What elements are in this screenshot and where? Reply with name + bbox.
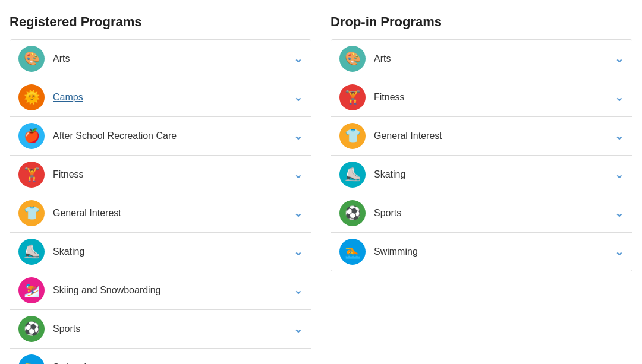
chevron-down-icon[interactable]: ⌄ (294, 129, 303, 143)
program-item-skiing[interactable]: ⛷️Skiing and Snowboarding⌄ (10, 271, 311, 310)
program-label-arts: Arts (53, 53, 294, 64)
program-label-sports: Sports (53, 324, 294, 334)
dropin-col: Drop-in Programs 🎨Arts⌄🏋️Fitness⌄👕Genera… (331, 14, 632, 364)
chevron-down-icon[interactable]: ⌄ (615, 52, 624, 65)
program-item-fitness[interactable]: 🏋️Fitness⌄ (10, 156, 311, 194)
sports-icon: ⚽ (18, 316, 45, 342)
dropin-title: Drop-in Programs (331, 14, 632, 30)
chevron-down-icon[interactable]: ⌄ (294, 91, 303, 104)
program-item-after-school[interactable]: 🍎After School Recreation Care⌄ (10, 117, 311, 156)
program-item-fitness[interactable]: 🏋️Fitness⌄ (331, 78, 632, 117)
general-interest-icon: 👕 (18, 200, 45, 226)
registered-list: 🎨Arts⌄🌞Camps⌄🍎After School Recreation Ca… (10, 39, 311, 364)
sports-icon: ⚽ (339, 200, 366, 226)
chevron-down-icon[interactable]: ⌄ (615, 91, 624, 104)
skating-icon: ⛸️ (339, 162, 366, 188)
camps-icon: 🌞 (18, 84, 45, 110)
program-item-swimming[interactable]: 🏊Swimming⌄ (331, 233, 632, 271)
chevron-down-icon[interactable]: ⌄ (294, 284, 303, 297)
program-item-sports[interactable]: ⚽Sports⌄ (10, 310, 311, 349)
after-school-icon: 🍎 (18, 123, 45, 149)
program-label-sports: Sports (374, 208, 615, 219)
program-label-general-interest: General Interest (53, 208, 294, 219)
chevron-down-icon[interactable]: ⌄ (294, 168, 303, 181)
registered-col: Registered Programs 🎨Arts⌄🌞Camps⌄🍎After … (10, 14, 311, 364)
skating-icon: ⛸️ (18, 239, 45, 265)
program-item-skating[interactable]: ⛸️Skating⌄ (331, 156, 632, 194)
general-interest-icon: 👕 (339, 123, 366, 149)
arts-icon: 🎨 (18, 46, 45, 72)
swimming-icon: 🏊 (339, 239, 366, 265)
registered-title: Registered Programs (10, 14, 311, 30)
program-label-arts: Arts (374, 53, 615, 64)
main-layout: Registered Programs 🎨Arts⌄🌞Camps⌄🍎After … (10, 14, 632, 364)
chevron-down-icon[interactable]: ⌄ (294, 245, 303, 258)
program-label-fitness: Fitness (53, 169, 294, 180)
chevron-down-icon[interactable]: ⌄ (615, 168, 624, 181)
dropin-list: 🎨Arts⌄🏋️Fitness⌄👕General Interest⌄⛸️Skat… (331, 39, 632, 271)
fitness-icon: 🏋️ (339, 84, 366, 110)
fitness-icon: 🏋️ (18, 162, 45, 188)
chevron-down-icon[interactable]: ⌄ (294, 322, 303, 335)
program-label-skating: Skating (53, 246, 294, 257)
chevron-down-icon[interactable]: ⌄ (615, 245, 624, 258)
program-item-skating[interactable]: ⛸️Skating⌄ (10, 233, 311, 271)
program-item-sports[interactable]: ⚽Sports⌄ (331, 194, 632, 233)
chevron-down-icon[interactable]: ⌄ (294, 52, 303, 65)
skiing-icon: ⛷️ (18, 277, 45, 303)
program-item-general-interest[interactable]: 👕General Interest⌄ (331, 117, 632, 156)
program-label-after-school: After School Recreation Care (53, 131, 294, 141)
program-item-swimming[interactable]: 🏊Swimming⌄ (10, 349, 311, 364)
program-item-arts[interactable]: 🎨Arts⌄ (331, 40, 632, 78)
program-label-general-interest: General Interest (374, 131, 615, 141)
program-label-swimming: Swimming (374, 246, 615, 257)
program-item-general-interest[interactable]: 👕General Interest⌄ (10, 194, 311, 233)
program-item-camps[interactable]: 🌞Camps⌄ (10, 78, 311, 117)
swimming-icon: 🏊 (18, 354, 45, 364)
program-item-arts[interactable]: 🎨Arts⌄ (10, 40, 311, 78)
chevron-down-icon[interactable]: ⌄ (294, 207, 303, 220)
program-label-fitness: Fitness (374, 92, 615, 103)
chevron-down-icon[interactable]: ⌄ (294, 361, 303, 364)
program-label-camps: Camps (53, 92, 294, 103)
arts-icon: 🎨 (339, 46, 366, 72)
chevron-down-icon[interactable]: ⌄ (615, 129, 624, 143)
program-label-skating: Skating (374, 169, 615, 180)
chevron-down-icon[interactable]: ⌄ (615, 207, 624, 220)
program-label-skiing: Skiing and Snowboarding (53, 285, 294, 296)
